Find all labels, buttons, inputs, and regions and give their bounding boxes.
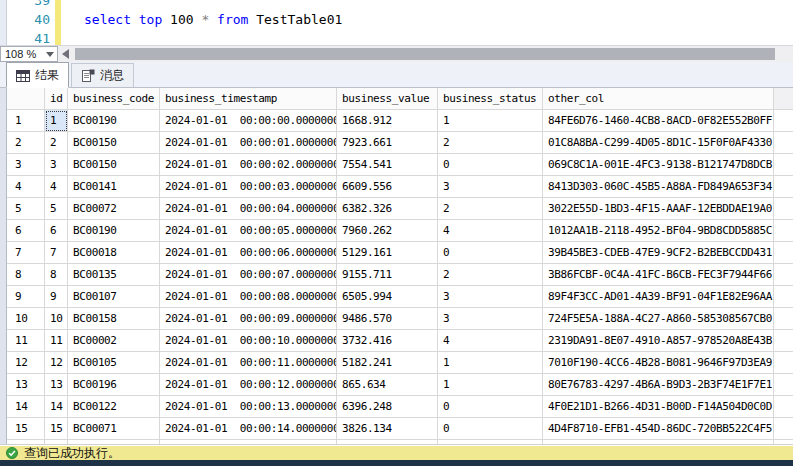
cell-id[interactable]: 11	[45, 330, 68, 352]
cell-business_timestamp[interactable]: 2024-01-01 00:00:00.0000000	[160, 110, 337, 132]
cell-id[interactable]: 14	[45, 396, 68, 418]
cell-id[interactable]: 7	[45, 242, 68, 264]
row-header[interactable]: 10	[7, 308, 45, 330]
cell-business_value[interactable]: 6382.326	[337, 198, 438, 220]
row-header[interactable]: 9	[7, 286, 45, 308]
cell-business_status[interactable]: 0	[438, 242, 543, 264]
cell-other_col[interactable]: 4D4F8710-EFB1-454D-86DC-720BB522C4F5	[543, 418, 774, 440]
cell-business_status[interactable]: 1	[438, 110, 543, 132]
cell-id[interactable]: 10	[45, 308, 68, 330]
cell-business_value[interactable]: 7923.661	[337, 132, 438, 154]
cell-business_code[interactable]: BC00135	[68, 264, 160, 286]
cell-business_code[interactable]: BC00107	[68, 286, 160, 308]
cell-id[interactable]: 12	[45, 352, 68, 374]
cell-business_status[interactable]: 3	[438, 176, 543, 198]
horizontal-scrollbar[interactable]	[58, 46, 793, 62]
tab-messages[interactable]: 消息	[71, 63, 134, 87]
cell-business_status[interactable]: 0	[438, 396, 543, 418]
cell-business_status[interactable]: 0	[438, 418, 543, 440]
cell-id[interactable]: 9	[45, 286, 68, 308]
row-header[interactable]: 12	[7, 352, 45, 374]
scroll-left-arrow-icon[interactable]	[62, 49, 69, 59]
row-header[interactable]: 3	[7, 154, 45, 176]
cell-business_timestamp[interactable]: 2024-01-01 00:00:08.0000000	[160, 286, 337, 308]
cell-business_code[interactable]: BC00196	[68, 374, 160, 396]
scrollbar-thumb[interactable]	[75, 48, 775, 60]
cell-other_col[interactable]: 2319DA91-8E07-4910-A857-978520A8E43B	[543, 330, 774, 352]
row-header[interactable]: 11	[7, 330, 45, 352]
row-header[interactable]: 14	[7, 396, 45, 418]
cell-business_timestamp[interactable]: 2024-01-01 00:00:12.0000000	[160, 374, 337, 396]
cell-business_value[interactable]: 9486.570	[337, 308, 438, 330]
cell-other_col[interactable]: 3022E55D-1BD3-4F15-AAAF-12EBDDAE19A0	[543, 198, 774, 220]
cell-business_timestamp[interactable]: 2024-01-01 00:00:14.0000000	[160, 418, 337, 440]
cell-other_col[interactable]: 84FE6D76-1460-4CB8-8ACD-0F82E552B0FF	[543, 110, 774, 132]
cell-id[interactable]: 5	[45, 198, 68, 220]
cell-business_status[interactable]: 4	[438, 220, 543, 242]
cell-business_code[interactable]: BC00018	[68, 242, 160, 264]
column-header-id[interactable]: id	[45, 88, 68, 110]
cell-business_value[interactable]: 865.634	[337, 374, 438, 396]
cell-other_col[interactable]: 4F0E21D1-B266-4D31-B00D-F14A504D0C0D	[543, 396, 774, 418]
cell-id[interactable]: 3	[45, 154, 68, 176]
row-header[interactable]: 5	[7, 198, 45, 220]
cell-business_value[interactable]: 6396.248	[337, 396, 438, 418]
column-header-other_col[interactable]: other_col	[543, 88, 774, 110]
column-header-business_value[interactable]: business_value	[337, 88, 438, 110]
row-header[interactable]: 1	[7, 110, 45, 132]
cell-business_code[interactable]: BC00150	[68, 132, 160, 154]
cell-business_code[interactable]: BC00002	[68, 330, 160, 352]
cell-business_value[interactable]: 9155.711	[337, 264, 438, 286]
cell-business_timestamp[interactable]: 2024-01-01 00:00:02.0000000	[160, 154, 337, 176]
cell-business_value[interactable]: 1668.912	[337, 110, 438, 132]
cell-business_status[interactable]: 2	[438, 132, 543, 154]
cell-business_timestamp[interactable]: 2024-01-01 00:00:04.0000000	[160, 198, 337, 220]
row-header[interactable]: 8	[7, 264, 45, 286]
cell-business_value[interactable]: 7960.262	[337, 220, 438, 242]
cell-business_status[interactable]: 1	[438, 374, 543, 396]
column-header-business_status[interactable]: business_status	[438, 88, 543, 110]
column-header-business_timestamp[interactable]: business_timestamp	[160, 88, 337, 110]
cell-business_timestamp[interactable]: 2024-01-01 00:00:06.0000000	[160, 242, 337, 264]
cell-other_col[interactable]: 069C8C1A-001E-4FC3-9138-B121747D8DCB	[543, 154, 774, 176]
cell-business_timestamp[interactable]: 2024-01-01 00:00:01.0000000	[160, 132, 337, 154]
cell-business_timestamp[interactable]: 2024-01-01 00:00:13.0000000	[160, 396, 337, 418]
cell-business_code[interactable]: BC00190	[68, 110, 160, 132]
cell-business_value[interactable]: 5129.161	[337, 242, 438, 264]
row-header[interactable]: 13	[7, 374, 45, 396]
column-header-business_code[interactable]: business_code	[68, 88, 160, 110]
cell-business_value[interactable]: 6505.994	[337, 286, 438, 308]
cell-other_col[interactable]: 80E76783-4297-4B6A-B9D3-2B3F74E1F7E1	[543, 374, 774, 396]
cell-id[interactable]: 13	[45, 374, 68, 396]
cell-business_timestamp[interactable]: 2024-01-01 00:00:05.0000000	[160, 220, 337, 242]
cell-business_value[interactable]: 3826.134	[337, 418, 438, 440]
cell-business_value[interactable]: 3732.416	[337, 330, 438, 352]
cell-id[interactable]: 15	[45, 418, 68, 440]
cell-business_timestamp[interactable]: 2024-01-01 00:00:11.0000000	[160, 352, 337, 374]
cell-business_timestamp[interactable]: 2024-01-01 00:00:09.0000000	[160, 308, 337, 330]
cell-id[interactable]: 4	[45, 176, 68, 198]
chevron-down-icon[interactable]	[46, 52, 54, 57]
cell-business_status[interactable]: 0	[438, 154, 543, 176]
cell-id[interactable]: 1	[45, 110, 68, 132]
cell-id[interactable]: 6	[45, 220, 68, 242]
cell-other_col[interactable]: 7010F190-4CC6-4B28-B081-9646F97D3EA9	[543, 352, 774, 374]
cell-business_status[interactable]: 1	[438, 352, 543, 374]
cell-other_col[interactable]: 724F5E5A-188A-4C27-A860-585308567CB0	[543, 308, 774, 330]
cell-other_col[interactable]: 8413D303-060C-45B5-A88A-FD849A653F34	[543, 176, 774, 198]
cell-business_code[interactable]: BC00141	[68, 176, 160, 198]
cell-business_code[interactable]: BC00072	[68, 198, 160, 220]
row-header[interactable]: 15	[7, 418, 45, 440]
sql-editor[interactable]: 394041 select top 100 * from TestTable01	[0, 0, 793, 45]
zoom-level-select[interactable]: 108 %	[0, 46, 58, 62]
cell-business_value[interactable]: 5182.241	[337, 352, 438, 374]
cell-business_status[interactable]: 3	[438, 286, 543, 308]
cell-business_timestamp[interactable]: 2024-01-01 00:00:10.0000000	[160, 330, 337, 352]
cell-business_code[interactable]: BC00158	[68, 308, 160, 330]
cell-other_col[interactable]: 1012AA1B-2118-4952-BF04-9BD8CDD5885C	[543, 220, 774, 242]
cell-business_status[interactable]: 4	[438, 330, 543, 352]
cell-business_code[interactable]: BC00105	[68, 352, 160, 374]
cell-business_value[interactable]: 6609.556	[337, 176, 438, 198]
cell-business_status[interactable]: 2	[438, 264, 543, 286]
row-header[interactable]: 6	[7, 220, 45, 242]
